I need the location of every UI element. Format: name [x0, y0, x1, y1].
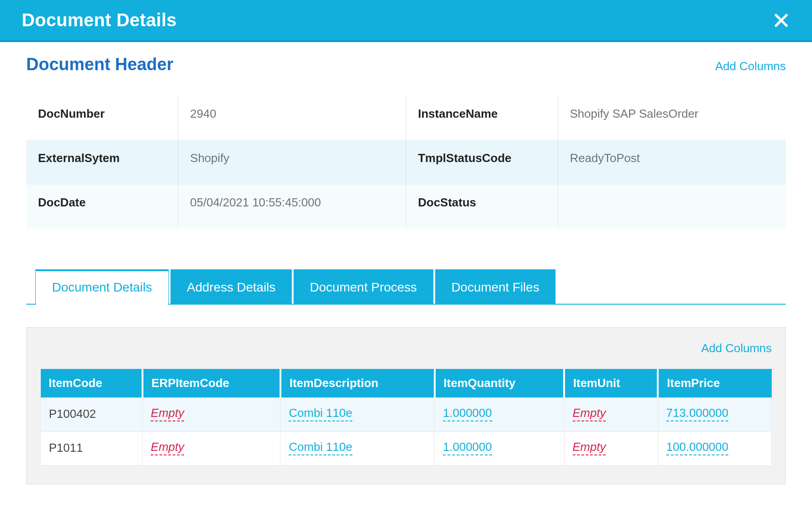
- item-cell-itemunit: Empty: [564, 432, 658, 466]
- add-columns-details-link[interactable]: Add Columns: [701, 341, 772, 355]
- item-cell-itemprice: 100.000000: [658, 432, 771, 466]
- tab-document-process[interactable]: Document Process: [294, 269, 433, 304]
- modal-title: Document Details: [22, 10, 177, 30]
- close-icon[interactable]: [772, 11, 790, 29]
- header-field-value: 2940: [178, 96, 406, 140]
- header-field-label: DocNumber: [26, 96, 178, 140]
- header-field-label: DocDate: [26, 185, 178, 229]
- header-section-head: Document Header Add Columns: [26, 55, 786, 74]
- header-field-label: DocStatus: [406, 185, 558, 229]
- item-cell-itemprice: 713.000000: [658, 398, 771, 432]
- header-row: ExternalSytemShopifyTmplStatusCodeReadyT…: [26, 140, 786, 185]
- item-cell-itemunit: Empty: [564, 398, 658, 432]
- header-field-label: InstanceName: [406, 96, 558, 140]
- header-field-value: [558, 185, 786, 229]
- header-field-label: ExternalSytem: [26, 140, 178, 185]
- empty-value[interactable]: Empty: [151, 406, 184, 421]
- cell-text: P1011: [49, 441, 83, 454]
- document-header-title: Document Header: [26, 55, 173, 74]
- item-column-header[interactable]: ItemCode: [41, 369, 142, 398]
- item-cell-itemcode: P100402: [41, 398, 142, 432]
- empty-value[interactable]: Empty: [151, 440, 184, 455]
- header-field-value: Shopify: [178, 140, 406, 185]
- item-table: ItemCodeERPItemCodeItemDescriptionItemQu…: [40, 369, 772, 466]
- cell-link[interactable]: Combi 110e: [289, 440, 352, 455]
- details-panel: Add Columns ItemCodeERPItemCodeItemDescr…: [26, 327, 786, 484]
- tab-address-details[interactable]: Address Details: [171, 269, 292, 304]
- header-field-label: TmplStatusCode: [406, 140, 558, 185]
- cell-link[interactable]: 1.000000: [443, 440, 492, 455]
- details-panel-head: Add Columns: [40, 341, 772, 355]
- header-field-value: ReadyToPost: [558, 140, 786, 185]
- header-field-value: Shopify SAP SalesOrder: [558, 96, 786, 140]
- cell-link[interactable]: 1.000000: [443, 406, 492, 421]
- header-field-value: 05/04/2021 10:55:45:000: [178, 185, 406, 229]
- item-cell-itemquantity: 1.000000: [435, 398, 564, 432]
- tab-document-files[interactable]: Document Files: [435, 269, 556, 304]
- item-cell-itemquantity: 1.000000: [435, 432, 564, 466]
- table-row: P1011EmptyCombi 110e1.000000Empty100.000…: [41, 432, 772, 466]
- tabs: Document DetailsAddress DetailsDocument …: [26, 269, 786, 305]
- cell-link[interactable]: 100.000000: [666, 440, 728, 455]
- item-column-header[interactable]: ItemUnit: [564, 369, 658, 398]
- table-row: P100402EmptyCombi 110e1.000000Empty713.0…: [41, 398, 772, 432]
- item-column-header[interactable]: ItemQuantity: [435, 369, 564, 398]
- item-cell-itemdescription: Combi 110e: [280, 432, 435, 466]
- modal-titlebar: Document Details: [0, 0, 812, 42]
- empty-value[interactable]: Empty: [573, 406, 606, 421]
- add-columns-header-link[interactable]: Add Columns: [715, 59, 786, 73]
- cell-text: P100402: [49, 407, 96, 421]
- item-cell-erpitemcode: Empty: [142, 398, 280, 432]
- item-cell-itemdescription: Combi 110e: [280, 398, 435, 432]
- cell-link[interactable]: 713.000000: [666, 406, 728, 421]
- empty-value[interactable]: Empty: [573, 440, 606, 455]
- item-column-header[interactable]: ItemDescription: [280, 369, 435, 398]
- tab-document-details[interactable]: Document Details: [35, 269, 169, 305]
- header-row: DocNumber2940InstanceNameShopify SAP Sal…: [26, 96, 786, 140]
- item-column-header[interactable]: ERPItemCode: [142, 369, 280, 398]
- item-cell-itemcode: P1011: [41, 432, 142, 466]
- document-header-table: DocNumber2940InstanceNameShopify SAP Sal…: [26, 96, 786, 229]
- item-cell-erpitemcode: Empty: [142, 432, 280, 466]
- cell-link[interactable]: Combi 110e: [289, 406, 352, 421]
- item-column-header[interactable]: ItemPrice: [658, 369, 771, 398]
- header-row: DocDate05/04/2021 10:55:45:000DocStatus: [26, 185, 786, 229]
- modal-body: Document Header Add Columns DocNumber294…: [0, 42, 812, 512]
